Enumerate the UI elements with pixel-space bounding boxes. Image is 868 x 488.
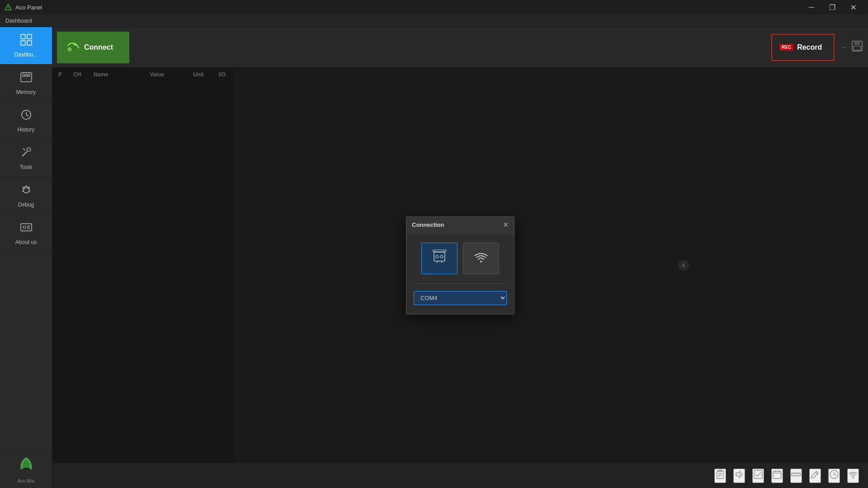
svg-rect-10 — [28, 75, 30, 76]
dialog-divider — [414, 283, 507, 284]
titlebar: Aco Panel ─ ❐ ✕ — [0, 0, 868, 14]
sidebar-item-memory[interactable]: Memory — [0, 65, 52, 102]
bottom-icon-ruler[interactable] — [790, 469, 802, 483]
svg-line-16 — [26, 115, 28, 116]
content-area: Dashbo... Memory — [0, 27, 868, 488]
dialog-close-button[interactable]: ✕ — [503, 221, 509, 229]
bottom-icon-wifi[interactable] — [847, 469, 859, 483]
logo-icon — [17, 456, 35, 478]
titlebar-left: Aco Panel — [5, 4, 42, 11]
history-icon — [20, 108, 33, 124]
memory-icon — [20, 71, 33, 86]
sidebar-item-dashboard[interactable]: Dashbo... — [0, 27, 52, 65]
record-button[interactable]: REC Record — [771, 34, 835, 61]
svg-rect-46 — [754, 470, 762, 479]
svg-point-33 — [436, 255, 439, 258]
svg-point-28 — [69, 49, 70, 50]
logo-area: Aco Afra — [17, 456, 35, 483]
connect-label: Connect — [84, 43, 113, 52]
bottom-icon-calendar[interactable] — [771, 469, 783, 483]
sidebar-about-label: About us — [15, 239, 37, 245]
toolbar-extra: -- — [842, 40, 863, 55]
svg-point-34 — [440, 255, 443, 258]
about-icon — [20, 221, 33, 236]
svg-rect-31 — [854, 46, 861, 50]
main-wrapper: Dashboard Dashbo... — [0, 14, 868, 488]
sidebar-footer: Aco Afra — [0, 451, 52, 488]
debug-icon — [20, 183, 33, 199]
restore-button[interactable]: ❐ — [822, 0, 843, 14]
com-port-select[interactable]: COM4 COM3 COM5 COM6 — [414, 291, 507, 305]
dialog-overlay: Connection ✕ — [52, 68, 868, 463]
record-indicator: REC — [779, 44, 793, 51]
dialog-titlebar: Connection ✕ — [406, 217, 514, 234]
wifi-connection-button[interactable] — [463, 243, 499, 274]
bottom-bar — [52, 463, 868, 488]
app-icon — [5, 4, 12, 11]
connection-types — [414, 243, 507, 274]
connect-icon — [66, 39, 80, 56]
sidebar: Dashbo... Memory — [0, 27, 52, 488]
sidebar-debug-label: Debug — [18, 202, 34, 208]
breadcrumb: Dashboard — [5, 18, 32, 24]
dialog-title: Connection — [412, 221, 444, 228]
svg-point-17 — [27, 148, 31, 151]
record-label: Record — [797, 43, 822, 52]
svg-line-56 — [816, 472, 817, 474]
bottom-icon-clock[interactable] — [828, 469, 840, 483]
bottom-icon-clipboard[interactable] — [714, 469, 726, 483]
close-button[interactable]: ✕ — [843, 0, 863, 14]
sidebar-dashboard-label: Dashbo... — [14, 52, 38, 58]
dialog-body: COM4 COM3 COM5 COM6 — [406, 234, 514, 314]
tools-icon — [20, 146, 33, 161]
connect-button[interactable]: Connect — [57, 32, 129, 63]
svg-rect-7 — [21, 73, 32, 82]
svg-rect-9 — [25, 75, 27, 76]
svg-rect-8 — [23, 75, 24, 76]
dashboard-icon — [20, 33, 33, 49]
svg-line-59 — [834, 474, 836, 475]
svg-rect-30 — [854, 41, 860, 45]
sidebar-tools-label: Tools — [19, 164, 32, 170]
record-area: REC Record -- — [771, 34, 863, 61]
serial-icon — [430, 248, 448, 269]
connection-dialog: Connection ✕ — [406, 216, 514, 314]
rec-badge: REC — [779, 44, 793, 51]
svg-rect-4 — [27, 34, 32, 39]
sidebar-item-tools[interactable]: Tools — [0, 140, 52, 177]
dash-separator: -- — [842, 42, 847, 52]
titlebar-controls: ─ ❐ ✕ — [801, 0, 863, 14]
bottom-icon-pencil[interactable] — [809, 469, 821, 483]
sidebar-item-history[interactable]: History — [0, 102, 52, 140]
bottom-icon-check[interactable] — [752, 469, 764, 483]
svg-point-40 — [480, 261, 482, 263]
main-panel: Connect REC Record -- — [52, 27, 868, 488]
svg-rect-22 — [21, 224, 32, 231]
sidebar-history-label: History — [18, 127, 34, 133]
svg-point-2 — [8, 9, 9, 9]
sidebar-memory-label: Memory — [16, 89, 36, 95]
svg-point-60 — [853, 477, 854, 478]
svg-point-23 — [23, 226, 26, 229]
save-icon-button[interactable] — [851, 40, 863, 55]
svg-rect-51 — [792, 473, 801, 476]
table-container: P CH Name Value Unit I/O — [52, 68, 868, 463]
app-title: Aco Panel — [15, 4, 42, 11]
sidebar-item-debug[interactable]: Debug — [0, 177, 52, 215]
serial-connection-button[interactable] — [421, 243, 458, 274]
svg-rect-6 — [27, 41, 32, 45]
minimize-button[interactable]: ─ — [801, 0, 822, 14]
bottom-icon-volume[interactable] — [733, 469, 745, 483]
svg-rect-47 — [773, 471, 781, 479]
toolbar: Connect REC Record -- — [52, 27, 868, 68]
logo-text: Aco Afra — [18, 479, 35, 483]
header-bar: Dashboard — [0, 14, 868, 27]
svg-rect-5 — [21, 41, 25, 45]
wifi-icon — [472, 248, 490, 269]
svg-rect-3 — [21, 34, 25, 39]
sidebar-item-about[interactable]: About us — [0, 215, 52, 252]
